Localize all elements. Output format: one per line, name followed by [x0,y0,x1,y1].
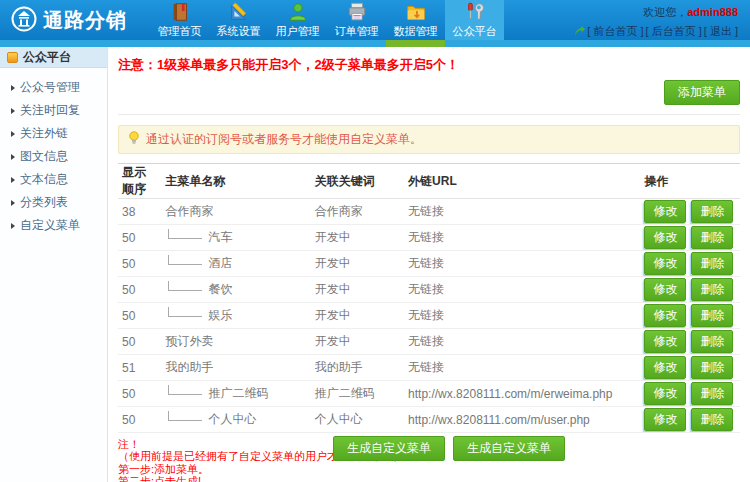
modify-button[interactable]: 修改 [644,278,686,301]
divider [118,114,740,115]
cell-keyword: 开发中 [311,251,404,277]
table-row: 38合作商家合作商家无链接修改删除 [118,199,740,225]
sidebar-item-custom-menu[interactable]: 自定义菜单 [11,214,107,237]
modify-button[interactable]: 修改 [644,408,686,431]
pavilion-logo-icon [10,5,38,36]
delete-button[interactable]: 删除 [691,330,733,353]
note-line: 第一步:添加菜单。 [118,463,463,475]
nav-item-home[interactable]: 管理首页 [150,0,209,40]
table-row: 50餐饮开发中无链接修改删除 [118,277,740,303]
tree-connector-icon [168,411,202,421]
tree-connector-icon [168,255,202,265]
sidebar-item-category-list[interactable]: 分类列表 [11,191,107,214]
cell-keyword: 推广二维码 [311,381,404,407]
tree-connector-icon [168,307,202,317]
bottom-notes-section: 注！ （使用前提是已经拥有了自定义菜单的用户才能够使用。） 第一步:添加菜单。 … [118,433,740,482]
tip-bar: 通过认证的订阅号或者服务号才能使用自定义菜单。 [118,125,740,154]
logo-text: 通路分销 [43,7,127,34]
printer-icon [346,1,368,23]
delete-button[interactable]: 删除 [691,278,733,301]
sidebar-item-follow-link[interactable]: 关注外链 [11,122,107,145]
logo[interactable]: 通路分销 [0,0,150,40]
modify-button[interactable]: 修改 [644,356,686,379]
modify-button[interactable]: 修改 [644,200,686,223]
sidebar-title: 公众平台 [23,49,71,66]
modify-button[interactable]: 修改 [644,226,686,249]
col-name: 主菜单名称 [162,164,311,199]
admin-home-link[interactable]: [ 后台首页 ] [646,24,702,39]
delete-button[interactable]: 删除 [691,226,733,249]
menu-table: 显示顺序 主菜单名称 关联关键词 外链URL 操作 38合作商家合作商家无链接修… [118,163,740,433]
note-line: 第二步:点击生成! [118,475,463,482]
delete-button[interactable]: 删除 [691,252,733,275]
front-home-link[interactable]: [ 前台首页 ] [587,24,643,39]
add-menu-button[interactable]: 添加菜单 [664,80,740,105]
nav-item-public-platform[interactable]: 公众平台 [445,0,504,40]
sidebar-item-rich-media[interactable]: 图文信息 [11,145,107,168]
nav-item-orders[interactable]: 订单管理 [327,0,386,40]
bullet-icon [11,85,15,91]
header-right: 欢迎您，admin888 [ 前台首页 ] [ 后台首页 ] [ 退出 ] [574,0,750,40]
cell-actions: 修改删除 [640,251,740,277]
cell-url: http://wx.8208111.com/m/erweima.php [404,381,640,407]
top-header: 通路分销 管理首页 [0,0,750,40]
module-icon [7,52,18,63]
warning-text: 注意：1级菜单最多只能开启3个，2级子菜单最多开启5个！ [118,53,740,79]
sidebar-item-text-message[interactable]: 文本信息 [11,168,107,191]
set-square-icon [228,1,250,23]
nav-item-data[interactable]: 数据管理 [386,0,445,40]
logout-link[interactable]: [ 退出 ] [704,24,738,39]
cell-order: 50 [118,381,162,407]
cell-url: 无链接 [404,225,640,251]
cell-url: 无链接 [404,303,640,329]
modify-button[interactable]: 修改 [644,330,686,353]
cell-url: http://wx.8208111.com/m/user.php [404,407,640,433]
generate-menu-button[interactable]: 生成自定义菜单 [453,436,565,461]
cell-keyword: 开发中 [311,329,404,355]
cell-url: 无链接 [404,251,640,277]
tree-connector-icon [168,281,202,291]
sidebar-item-follow-reply[interactable]: 关注时回复 [11,99,107,122]
cell-keyword: 开发中 [311,225,404,251]
folder-download-icon [405,1,427,23]
modify-button[interactable]: 修改 [644,304,686,327]
modify-button[interactable]: 修改 [644,382,686,405]
sidebar-header: 公众平台 [0,47,107,68]
cell-menu-name: 预订外卖 [162,329,311,355]
delete-button[interactable]: 删除 [691,200,733,223]
cell-actions: 修改删除 [640,199,740,225]
col-actions: 操作 [640,164,740,199]
nav-label: 系统设置 [217,24,261,39]
generate-menu-button[interactable]: 生成自定义菜单 [333,436,445,461]
modify-button[interactable]: 修改 [644,252,686,275]
cell-keyword: 合作商家 [311,199,404,225]
nav-item-system-settings[interactable]: 系统设置 [209,0,268,40]
sidebar-item-account-manage[interactable]: 公众号管理 [11,76,107,99]
cell-menu-name: 汽车 [162,225,311,251]
cell-actions: 修改删除 [640,303,740,329]
main-panel: 注意：1级菜单最多只能开启3个，2级子菜单最多开启5个！ 添加菜单 通过认证的订… [108,47,750,482]
nav-item-users[interactable]: 用户管理 [268,0,327,40]
nav-label: 公众平台 [453,24,497,39]
username: admin888 [687,6,738,18]
tree-connector-icon [168,229,202,239]
sidebar: 公众平台 公众号管理 关注时回复 关注外链 图文信息 文本信息 分类列表 自定义… [0,47,108,482]
book-icon [169,1,191,23]
tip-text: 通过认证的订阅号或者服务号才能使用自定义菜单。 [146,131,422,148]
cell-actions: 修改删除 [640,381,740,407]
table-row: 50推广二维码推广二维码http://wx.8208111.com/m/erwe… [118,381,740,407]
col-order: 显示顺序 [118,164,162,199]
cell-menu-name: 我的助手 [162,355,311,381]
cell-menu-name: 个人中心 [162,407,311,433]
welcome-text: 欢迎您，admin888 [574,5,738,20]
cell-order: 50 [118,303,162,329]
delete-button[interactable]: 删除 [691,382,733,405]
cell-actions: 修改删除 [640,225,740,251]
table-row: 51我的助手我的助手无链接修改删除 [118,355,740,381]
cell-keyword: 开发中 [311,303,404,329]
delete-button[interactable]: 删除 [691,408,733,431]
delete-button[interactable]: 删除 [691,304,733,327]
delete-button[interactable]: 删除 [691,356,733,379]
page: 通路分销 管理首页 [0,0,750,482]
active-tab-underline [386,40,445,47]
